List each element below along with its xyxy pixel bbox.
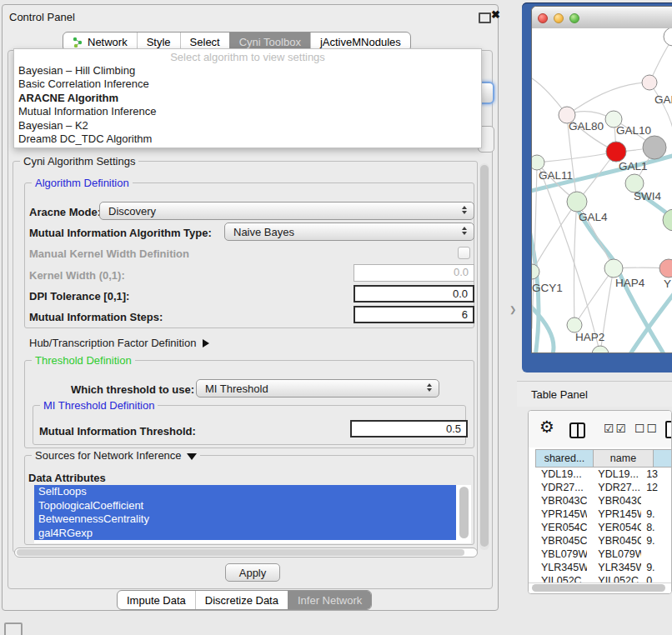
- network-node-y[interactable]: [659, 259, 672, 278]
- sources-group-title: Sources for Network Inference: [32, 449, 200, 462]
- attribute-item-selfloops[interactable]: SelfLoops: [34, 485, 456, 499]
- column-header-name[interactable]: name: [594, 449, 654, 468]
- table-cell: YBL079W: [535, 548, 587, 561]
- select-all-checkboxes-icon[interactable]: ☑☑: [604, 422, 628, 435]
- network-node-label: GAL: [654, 93, 672, 106]
- network-window-titlebar[interactable]: [532, 7, 672, 29]
- network-node[interactable]: [592, 346, 609, 352]
- table-body: YDL19...YDL19...13YDR27...YDR27...12YBR0…: [535, 468, 671, 584]
- table-cell: YDR27...: [587, 481, 641, 494]
- table-row[interactable]: YDL19...YDL19...13: [535, 468, 671, 481]
- splitpane-resize-handle[interactable]: ❯: [509, 305, 516, 314]
- float-panel-icon[interactable]: [479, 12, 491, 23]
- control-panel-window: Control Panel ✖ NetworkStyleSelectCyni T…: [2, 4, 499, 611]
- algorithm-option-dream8-dc-tdc-algorithm[interactable]: Dream8 DC_TDC Algorithm: [14, 132, 481, 146]
- tab-discretize-data[interactable]: Discretize Data: [195, 591, 288, 609]
- algorithm-option-bayesian-hill-climbing[interactable]: Bayesian – Hill Climbing: [14, 64, 481, 78]
- tab-infer-network[interactable]: Infer Network: [288, 591, 371, 609]
- collapse-arrow-icon[interactable]: [187, 453, 197, 460]
- table-cell: 9.: [641, 508, 671, 521]
- table-cell: YBR045C: [535, 534, 587, 548]
- tab-label: Network: [88, 36, 128, 48]
- which-threshold-combobox[interactable]: MI Threshold: [196, 379, 439, 398]
- column-header-2[interactable]: [654, 449, 672, 468]
- expander-arrow-icon: [203, 339, 209, 348]
- attribute-item-topologicalcoefficient[interactable]: TopologicalCoefficient: [34, 499, 456, 513]
- gear-icon[interactable]: ⚙: [539, 417, 554, 437]
- table-cell: YBR043C: [587, 494, 641, 508]
- table-panel-header: Table Panel: [517, 381, 672, 407]
- table-row[interactable]: YBR045CYBR045C9.: [535, 534, 671, 548]
- minimize-window-icon[interactable]: [554, 13, 564, 23]
- kernel-width-input[interactable]: 0.0: [354, 264, 474, 282]
- bottom-tabbar: Impute DataDiscretize DataInfer Network: [117, 590, 372, 610]
- close-panel-icon[interactable]: ✖: [491, 8, 500, 21]
- attribute-item-gal4rgexp[interactable]: gal4RGexp: [34, 527, 456, 541]
- tab-label: Discretize Data: [205, 594, 278, 607]
- network-node-gal1[interactable]: [606, 142, 626, 162]
- network-node[interactable]: [664, 28, 672, 46]
- table-row[interactable]: YBL079WYBL079W: [535, 548, 671, 561]
- manual-kernel-checkbox[interactable]: [458, 247, 470, 259]
- export-table-icon[interactable]: [665, 421, 672, 438]
- network-node-label: GAL4: [579, 211, 608, 223]
- network-canvas-svg[interactable]: GALGAL80GAL10GAL1GAL11SWI4GAL4GCY1HAP4YH…: [532, 28, 672, 352]
- algorithm-option-aracne-algorithm[interactable]: ARACNE Algorithm: [14, 92, 481, 105]
- attribute-item-betweennesscentrality[interactable]: BetweennessCentrality: [34, 512, 456, 527]
- mi-threshold-input[interactable]: 0.5: [350, 420, 468, 438]
- apply-button[interactable]: Apply: [225, 563, 280, 582]
- network-node-label: GAL11: [539, 169, 573, 182]
- table-row[interactable]: YPR145WYPR145W9.: [535, 508, 671, 521]
- table-cell: YER054C: [535, 521, 587, 534]
- mi-steps-input[interactable]: 6: [354, 306, 474, 323]
- tab-impute-data[interactable]: Impute Data: [118, 591, 195, 609]
- network-edge: [574, 268, 614, 325]
- deselect-all-checkboxes-icon[interactable]: ☐☐: [634, 422, 659, 435]
- table-toolbar: ⚙ ☑☑ ☐☐: [529, 411, 671, 448]
- network-node-gal11[interactable]: [532, 155, 544, 170]
- zoom-window-icon[interactable]: [569, 13, 579, 23]
- table-row[interactable]: YLR345WYLR345W9.: [535, 561, 671, 574]
- column-layout-icon[interactable]: [569, 422, 585, 438]
- network-edge: [537, 152, 616, 162]
- network-node-label: GAL10: [616, 124, 651, 137]
- algorithm-option-basic-correlation-inference[interactable]: Basic Correlation Inference: [14, 78, 481, 91]
- table-row[interactable]: YER054CYER054C8.: [535, 521, 671, 534]
- table-row[interactable]: YBR043CYBR043C: [535, 494, 671, 508]
- mi-type-value: Naive Bayes: [233, 226, 294, 238]
- table-panel-window: ⚙ ☑☑ ☐☐ shared...name YDL19...YDL19...13…: [528, 410, 672, 594]
- aracne-mode-combobox[interactable]: Discovery: [99, 202, 474, 220]
- column-header-shared[interactable]: shared...: [535, 449, 594, 468]
- tab-label: Cyni Toolbox: [239, 36, 301, 48]
- network-node-gal[interactable]: [642, 75, 657, 90]
- table-panel-title: Table Panel: [531, 388, 588, 401]
- table-row[interactable]: YDR27...YDR27...12: [535, 481, 671, 494]
- network-node-label: GCY1: [532, 282, 563, 294]
- network-node-gal4[interactable]: [567, 192, 587, 212]
- hub-definition-expander[interactable]: Hub/Transcription Factor Definition: [29, 337, 209, 349]
- dpi-tolerance-input[interactable]: 0.0: [354, 285, 474, 302]
- list-scrollbar-thumb[interactable]: [459, 487, 469, 538]
- algorithm-option-bayesian-k2[interactable]: Bayesian – K2: [14, 119, 481, 132]
- data-attributes-label: Data Attributes: [28, 472, 106, 484]
- network-node-hap4[interactable]: [604, 259, 623, 278]
- docked-panel-icon[interactable]: [4, 622, 23, 635]
- table-cell: [641, 494, 671, 508]
- network-tab-icon: [73, 37, 83, 48]
- network-node[interactable]: [643, 136, 666, 159]
- data-attributes-list[interactable]: SelfLoopsTopologicalCoefficientBetweenne…: [34, 485, 471, 543]
- close-window-icon[interactable]: [538, 13, 548, 23]
- table-hscrollbar[interactable]: [529, 582, 671, 593]
- table-cell: 9.: [641, 561, 671, 574]
- tab-label: Select: [190, 36, 220, 48]
- settings-vscrollbar[interactable]: [479, 163, 489, 550]
- network-canvas[interactable]: GALGAL80GAL10GAL1GAL11SWI4GAL4GCY1HAP4YH…: [532, 28, 672, 352]
- table-cell: YPR145W: [535, 508, 587, 521]
- mi-threshold-label: Mutual Information Threshold:: [39, 425, 196, 438]
- settings-hscrollbar[interactable]: [14, 548, 478, 558]
- algorithm-option-mutual-information-inference[interactable]: Mutual Information Inference: [14, 105, 481, 118]
- table-cell: 13: [641, 468, 671, 481]
- combo-arrows-icon: [462, 227, 467, 235]
- network-node-label: HAP4: [615, 277, 645, 289]
- mi-type-combobox[interactable]: Naive Bayes: [224, 222, 474, 241]
